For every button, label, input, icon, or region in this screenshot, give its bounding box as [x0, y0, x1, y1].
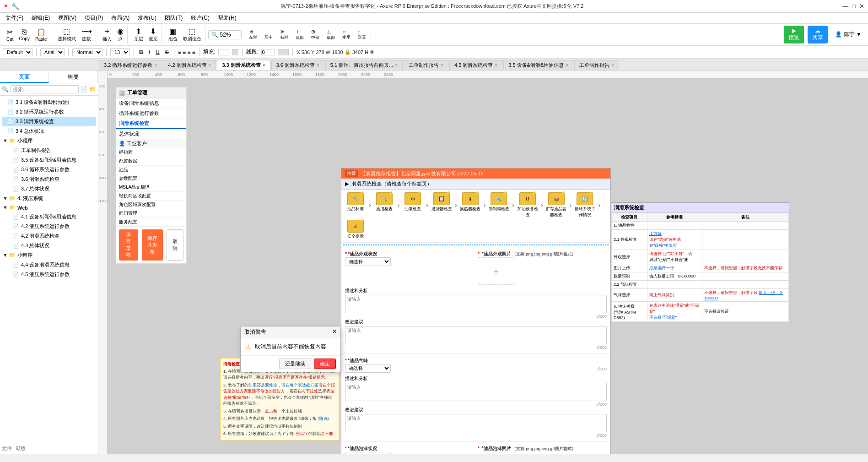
- align-middle-btn[interactable]: ⊕ 中部: [308, 28, 322, 42]
- fill-color-swatch[interactable]: [218, 49, 229, 55]
- align-bottom-btn[interactable]: ⊥ 底部: [324, 28, 338, 42]
- tree-item-3[interactable]: 📄 3.4 总体状况: [2, 126, 96, 136]
- tab-1[interactable]: 4.2 润滑系统检查 ×: [163, 60, 216, 70]
- sub-nav-item-2[interactable]: 配置数据: [116, 157, 186, 166]
- bold-btn[interactable]: B: [138, 49, 145, 55]
- save-publish-btn[interactable]: 保存并发布: [142, 229, 163, 261]
- step-7[interactable]: 📦 ⚡ 贮存油品容器检查: [545, 192, 568, 218]
- dialog-confirm-btn[interactable]: 确定: [314, 359, 336, 369]
- stroke-color[interactable]: [278, 49, 289, 55]
- menu-file[interactable]: 文件(F): [2, 13, 27, 23]
- tab-3[interactable]: 3.6 润滑系统检查 ×: [271, 60, 324, 70]
- sidebar-search-input[interactable]: [11, 85, 79, 93]
- gas-improve-input[interactable]: [345, 414, 607, 432]
- bottom-tab-components[interactable]: 元件: [2, 445, 12, 452]
- tab-6[interactable]: 4.5 润滑系统检查 ×: [449, 60, 502, 70]
- cut-btn[interactable]: ✂ Cut: [5, 27, 16, 43]
- underline-btn[interactable]: U: [154, 49, 161, 55]
- point-btn[interactable]: ◉ 点: [115, 26, 125, 43]
- size-select[interactable]: 13: [110, 48, 130, 56]
- close-btn-win[interactable]: ✕: [859, 3, 864, 10]
- tab-4[interactable]: 5.1 循环、液压报告前两页... ×: [325, 60, 403, 70]
- insert-btn[interactable]: ＋ 插入: [101, 26, 113, 43]
- top-btn[interactable]: ⬆ 顶层: [132, 26, 145, 43]
- tree-item-7[interactable]: 📄 3.6 循环系统运行参数: [2, 165, 96, 174]
- cancel-btn[interactable]: 取消: [167, 229, 183, 261]
- tab-close-1[interactable]: ×: [209, 63, 211, 68]
- align-vertical-btn[interactable]: ↕ 垂直: [355, 28, 369, 41]
- font-select[interactable]: Arial: [40, 48, 65, 56]
- connect-btn[interactable]: ⟿ 连接: [80, 26, 94, 43]
- step-0[interactable]: 🔧 ⚡ 油品标准: [344, 192, 367, 218]
- tree-folder-web[interactable]: ▼ 📁 Web: [2, 203, 96, 212]
- share-btn[interactable]: ☁ 共享: [808, 26, 828, 43]
- dialog-close-btn[interactable]: ✕: [332, 328, 337, 336]
- step-2[interactable]: ⚙ ⚡ 油泵检查: [401, 192, 424, 218]
- stroke-input[interactable]: [261, 49, 275, 55]
- zoom-input[interactable]: [220, 32, 238, 38]
- tree-item-15[interactable]: 📄 4.3 总体状况: [2, 241, 96, 250]
- save-template-btn[interactable]: 保存草稿: [119, 229, 138, 261]
- dialog-cancel-btn[interactable]: 还是继续: [279, 359, 311, 369]
- sidebar-tab-pages[interactable]: 页面: [0, 71, 49, 83]
- tree-item-9[interactable]: 📄 3.7 总体状况: [2, 184, 96, 194]
- tree-item-8[interactable]: 📄 3.6 润滑系统检查: [2, 174, 96, 184]
- tab-close-2[interactable]: ×: [263, 63, 265, 68]
- sub-nav-item-4[interactable]: 参数配置: [116, 174, 186, 183]
- sub-nav-item-9[interactable]: 服务配置: [116, 218, 186, 226]
- visibility-icon[interactable]: 👁: [370, 49, 375, 55]
- sub-nav-item-8[interactable]: 部门管理: [116, 209, 186, 218]
- oil-status-select[interactable]: 确选择: [345, 257, 391, 266]
- tree-item-17[interactable]: 📄 4.4 设备润滑系统信息: [2, 260, 96, 270]
- select-mode-btn[interactable]: ⬚ 选择模式: [56, 26, 78, 43]
- sidebar-tab-overview[interactable]: 概要: [49, 71, 98, 83]
- oil-desc-input[interactable]: [345, 295, 607, 313]
- align-right-btn[interactable]: ⫸ 右对: [277, 28, 291, 41]
- tree-item-2[interactable]: 📄 3.3 润滑系统检查: [2, 117, 96, 126]
- tree-folder-2[interactable]: ▼ 📁 4. 液压系统: [2, 194, 96, 203]
- tree-item-1[interactable]: 📄 3.2 循环系统运行参数: [2, 107, 96, 117]
- gas-desc-input[interactable]: [345, 383, 607, 401]
- menu-view[interactable]: 视图(V): [54, 13, 80, 23]
- oil-improve-input[interactable]: [345, 326, 607, 344]
- tree-item-13[interactable]: 📄 4.2 液压系统运行参数: [2, 222, 96, 231]
- menu-layout[interactable]: 布局(A): [108, 13, 133, 23]
- step-6[interactable]: 🛢 ⚡ 加油设备检查: [516, 192, 539, 218]
- tree-item-0[interactable]: 📄 3.1 设备&润滑&用油(油): [2, 98, 96, 107]
- menu-project[interactable]: 项目(P): [81, 13, 107, 23]
- step-4[interactable]: 🌡 ⚡ 换热器检查: [459, 192, 482, 218]
- tab-close-3[interactable]: ×: [317, 63, 319, 68]
- preview-btn[interactable]: ▶ 预览: [784, 26, 804, 43]
- menu-help[interactable]: 帮助(H): [214, 13, 240, 23]
- step-1[interactable]: 🔍 ⚡ 油用检查: [373, 192, 396, 218]
- nav-item-2[interactable]: 润滑系统检查: [116, 119, 186, 129]
- sub-nav-item-5[interactable]: MSLA品文翻译: [116, 183, 186, 192]
- align-top-btn[interactable]: ⊤ 顶部: [293, 28, 307, 42]
- tab-5[interactable]: 工单制作报告 ×: [404, 60, 448, 70]
- gas-select[interactable]: 确选择: [345, 364, 391, 373]
- step-9[interactable]: ⚠ ⚡ 安全提示: [344, 220, 367, 239]
- add-page-icon[interactable]: 📄: [81, 86, 87, 92]
- menu-edit[interactable]: 编辑(E): [28, 13, 54, 23]
- nav-item-0[interactable]: 设备润滑系统信息: [116, 98, 186, 109]
- style-select[interactable]: Default: [3, 48, 32, 56]
- paste-btn[interactable]: 📋 Paste: [33, 27, 49, 43]
- menu-team[interactable]: 团队(T): [161, 13, 186, 23]
- window-controls[interactable]: — □ ✕: [842, 3, 864, 10]
- oil-photo-upload[interactable]: ＋: [478, 257, 514, 285]
- tab-2[interactable]: 3.3 润滑系统检查 ×: [217, 60, 270, 70]
- tree-item-12[interactable]: 📄 4.1 设备&润滑&用油信息: [2, 212, 96, 222]
- tab-close-8[interactable]: ×: [611, 63, 614, 68]
- sub-nav-item-3[interactable]: 油品: [116, 166, 186, 174]
- title-close-btn[interactable]: ✕: [4, 3, 8, 9]
- ungroup-btn[interactable]: ⬚ 取消组合: [181, 26, 203, 43]
- sub-nav-item-7[interactable]: 角色区域班次配置: [116, 201, 186, 209]
- nav-item-3[interactable]: 总体状况: [116, 129, 186, 139]
- menu-account[interactable]: 账户(C): [187, 13, 213, 23]
- sub-nav-item-1[interactable]: 经销商: [116, 148, 186, 157]
- italic-btn[interactable]: I: [147, 49, 151, 55]
- foam-select[interactable]: 确选择: [345, 452, 391, 454]
- step-8[interactable]: 🔄 ⚡ 循环系统工作情况: [573, 192, 596, 218]
- sub-nav-item-6[interactable]: 轻轨商区域配置: [116, 192, 186, 201]
- tab-8[interactable]: 工单制作报告 ×: [574, 60, 619, 70]
